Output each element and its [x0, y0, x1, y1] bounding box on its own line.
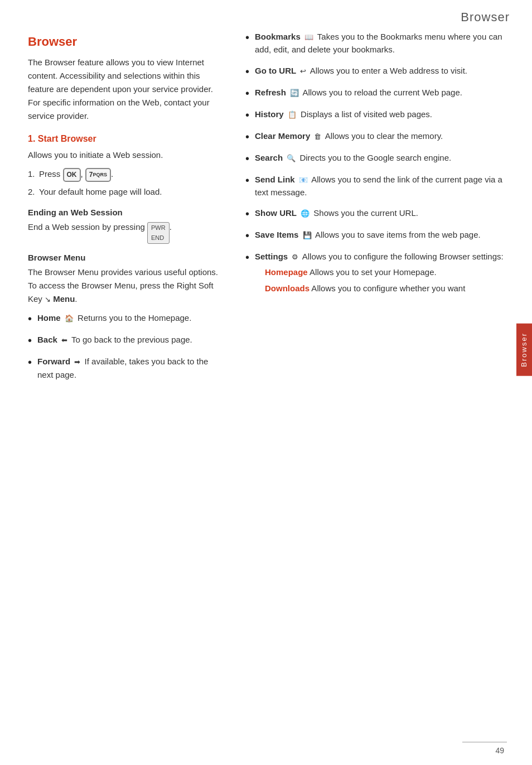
back-label: Back: [37, 335, 57, 344]
saveitems-icon: 💾: [303, 230, 312, 241]
list-item-saveitems: • Save Items 💾 Allows you to save items …: [245, 228, 515, 242]
list-item-back: • Back ⬅ To go back to the previous page…: [28, 333, 223, 347]
refresh-label: Refresh: [255, 88, 286, 97]
soft-key-arrow: ↘: [45, 294, 51, 306]
gotourl-content: Go to URL ↩ Allows you to enter a Web ad…: [255, 64, 515, 77]
header-title: Browser: [461, 10, 510, 24]
refresh-icon: 🔄: [290, 88, 299, 99]
bullet-dot: •: [245, 152, 249, 165]
back-content: Back ⬅ To go back to the previous page.: [37, 333, 223, 346]
refresh-content: Refresh 🔄 Allows you to reload the curre…: [255, 86, 515, 99]
bookmarks-icon: 📖: [304, 32, 313, 43]
bullet-dot: •: [245, 65, 249, 78]
forward-content: Forward ➡ If available, takes you back t…: [37, 355, 223, 381]
browser-main-title: Browser: [28, 35, 223, 49]
list-item-showurl: • Show URL 🌐 Shows you the current URL.: [245, 206, 515, 220]
ending-text: End a Web session by pressing PWREND.: [28, 220, 223, 244]
browser-menu-intro: The Browser Menu provides various useful…: [28, 266, 223, 306]
7pqrs-key: 7PQRS: [85, 168, 111, 182]
step-2-num: 2.: [28, 185, 35, 199]
clearmemory-content: Clear Memory 🗑 Allows you to clear the m…: [255, 129, 515, 142]
list-item-search: • Search 🔍 Directs you to the Google sea…: [245, 151, 515, 165]
home-icon: 🏠: [65, 313, 74, 324]
bullet-dot: •: [245, 130, 249, 143]
homepage-sub-label: Homepage: [265, 267, 308, 277]
bullet-dot: •: [245, 174, 249, 187]
browser-menu-title: Browser Menu: [28, 253, 223, 262]
bullet-dot: •: [28, 334, 32, 347]
bookmarks-content: Bookmarks 📖 Takes you to the Bookmarks m…: [255, 30, 515, 56]
downloads-sub: Downloads Allows you to configure whethe…: [255, 282, 515, 295]
list-item-sendlink: • Send Link 📧 Allows you to send the lin…: [245, 173, 515, 199]
list-item-home: • Home 🏠 Returns you to the Homepage.: [28, 311, 223, 325]
side-tab-label: Browser: [520, 333, 528, 367]
sendlink-label: Send Link: [255, 175, 295, 184]
homepage-sub: Homepage Allows you to set your Homepage…: [255, 266, 515, 278]
search-content: Search 🔍 Directs you to the Google searc…: [255, 151, 515, 164]
forward-label: Forward: [37, 357, 70, 366]
ending-session-title: Ending an Web Session: [28, 208, 223, 217]
bullet-dot: •: [245, 251, 249, 264]
right-column: • Bookmarks 📖 Takes you to the Bookmarks…: [240, 30, 515, 748]
ok-key: OK: [63, 168, 81, 182]
history-label: History: [255, 109, 284, 119]
history-content: History 📋 Displays a list of visited web…: [255, 108, 515, 121]
page-number: 49: [495, 746, 504, 755]
settings-label: Settings: [255, 252, 288, 261]
bullet-dot: •: [28, 312, 32, 325]
bullet-dot: •: [245, 229, 249, 242]
end-key: PWREND: [147, 222, 170, 244]
list-item-settings: • Settings ⚙ Allows you to configure the…: [245, 250, 515, 297]
showurl-content: Show URL 🌐 Shows you the current URL.: [255, 206, 515, 219]
list-item-forward: • Forward ➡ If available, takes you back…: [28, 355, 223, 381]
settings-content: Settings ⚙ Allows you to configure the f…: [255, 250, 515, 297]
sendlink-icon: 📧: [299, 175, 308, 186]
forward-icon: ➡: [74, 357, 80, 368]
bullet-dot: •: [245, 207, 249, 220]
sendlink-content: Send Link 📧 Allows you to send the link …: [255, 173, 515, 199]
section1-title: 1. Start Browser: [28, 134, 223, 144]
bullet-dot: •: [245, 108, 249, 122]
gotourl-label: Go to URL: [255, 66, 296, 75]
settings-icon: ⚙: [292, 252, 298, 263]
bullet-dot: •: [245, 86, 249, 100]
list-item-refresh: • Refresh 🔄 Allows you to reload the cur…: [245, 86, 515, 100]
step-2: 2. Your default home page will load.: [28, 185, 223, 199]
step-1-num: 1.: [28, 167, 35, 181]
search-label: Search: [255, 153, 283, 162]
search-icon: 🔍: [287, 153, 296, 164]
gotourl-icon: ↩: [300, 66, 306, 77]
showurl-label: Show URL: [255, 208, 297, 218]
list-item-gotourl: • Go to URL ↩ Allows you to enter a Web …: [245, 64, 515, 78]
history-icon: 📋: [288, 109, 297, 121]
steps-list: 1. Press OK, 7PQRS. 2. Your default home…: [28, 167, 223, 199]
showurl-icon: 🌐: [301, 208, 309, 219]
page-container: Browser Browser The Browser feature allo…: [0, 0, 532, 765]
section1-intro: Allows you to initiate a Web session.: [28, 148, 223, 162]
list-item-history: • History 📋 Displays a list of visited w…: [245, 108, 515, 122]
saveitems-label: Save Items: [255, 230, 298, 239]
page-header: Browser: [0, 0, 532, 30]
back-icon: ⬅: [61, 335, 67, 346]
list-item-bookmarks: • Bookmarks 📖 Takes you to the Bookmarks…: [245, 30, 515, 56]
bottom-line: [462, 742, 507, 743]
step-1: 1. Press OK, 7PQRS.: [28, 167, 223, 182]
right-bullet-list: • Bookmarks 📖 Takes you to the Bookmarks…: [245, 30, 515, 297]
left-bullet-list: • Home 🏠 Returns you to the Homepage. • …: [28, 311, 223, 381]
bookmarks-label: Bookmarks: [255, 32, 301, 41]
downloads-sub-label: Downloads: [265, 283, 309, 293]
menu-label: Menu: [53, 294, 75, 304]
bullet-dot: •: [245, 31, 249, 44]
browser-intro: The Browser feature allows you to view I…: [28, 56, 223, 123]
clearmemory-label: Clear Memory: [255, 131, 310, 141]
saveitems-content: Save Items 💾 Allows you to save items fr…: [255, 228, 515, 241]
home-content: Home 🏠 Returns you to the Homepage.: [37, 311, 223, 324]
side-tab: Browser: [516, 324, 532, 376]
bullet-dot: •: [28, 355, 32, 369]
left-column: Browser The Browser feature allows you t…: [28, 30, 240, 748]
main-content: Browser The Browser feature allows you t…: [0, 30, 532, 765]
home-label: Home: [37, 313, 61, 323]
list-item-clearmemory: • Clear Memory 🗑 Allows you to clear the…: [245, 129, 515, 143]
clearmemory-icon: 🗑: [314, 131, 321, 142]
